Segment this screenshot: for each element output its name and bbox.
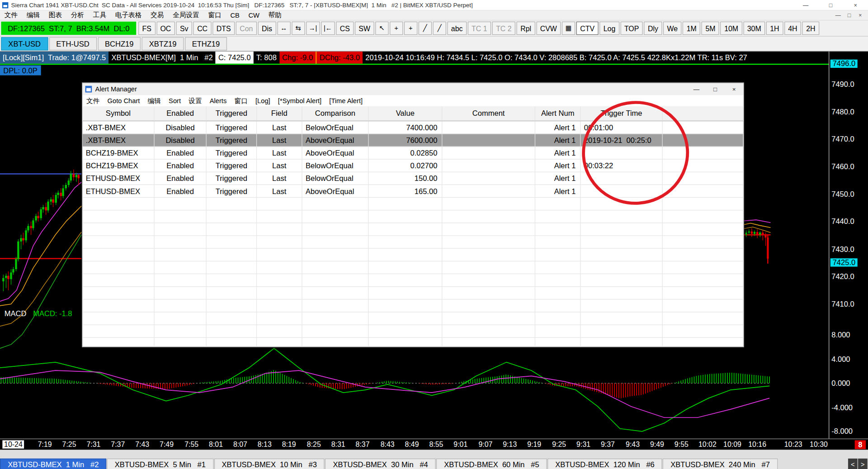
expand-bars-icon[interactable]: |←: [321, 22, 335, 35]
dialog-maximize-icon[interactable]: □: [706, 83, 725, 95]
maximize-icon[interactable]: □: [818, 0, 843, 10]
menu-item-8[interactable]: 窗口: [204, 10, 226, 20]
tf-10m-button[interactable]: 10M: [721, 22, 742, 35]
tf-1h-button[interactable]: 1H: [766, 22, 783, 35]
compress-bars-icon[interactable]: →|: [306, 22, 320, 35]
alert-menu-item-7[interactable]: [Log]: [251, 97, 274, 104]
column-header-alert-num[interactable]: Alert Num: [535, 106, 580, 121]
column-header-enabled[interactable]: Enabled: [155, 106, 207, 121]
alert-row[interactable]: BCHZ19-BMEXEnabledTriggeredLastBelowOrEq…: [82, 160, 743, 172]
crosshair-tool-icon[interactable]: +: [390, 22, 403, 35]
alert-row[interactable]: ETHUSD-BMEXEnabledTriggeredLastAboveOrEq…: [82, 185, 743, 198]
column-header-filler[interactable]: [663, 106, 744, 121]
trendline-tool-icon[interactable]: ╱: [419, 22, 432, 35]
menu-item-7[interactable]: 全局设置: [168, 10, 203, 20]
menu-item-0[interactable]: 文件: [0, 10, 22, 20]
cross-tool-icon[interactable]: +: [404, 22, 417, 35]
alert-row[interactable]: BCHZ19-BMEXEnabledTriggeredLastAboveOrEq…: [82, 147, 743, 159]
alert-row[interactable]: ETHUSD-BMEXEnabledTriggeredLastBelowOrEq…: [82, 172, 743, 185]
time-axis[interactable]: 10-247:197:257:317:377:437:497:558:018:0…: [0, 439, 829, 450]
menu-item-2[interactable]: 图表: [44, 10, 66, 20]
mdi-minimize-icon[interactable]: —: [833, 12, 844, 18]
tc1-button[interactable]: TC 1: [467, 22, 491, 35]
chart-tab-eth-usd[interactable]: ETH-USD: [49, 37, 96, 50]
price-scale[interactable]: 7496.07490.07480.07470.07460.07450.07440…: [829, 52, 868, 439]
chart-tab-xbt-usd[interactable]: XBT-USD: [1, 37, 47, 50]
empty-row[interactable]: [82, 313, 743, 325]
delay-button[interactable]: Dly: [644, 22, 662, 35]
column-header-triggered[interactable]: Triggered: [207, 106, 257, 121]
alert-manager-titlebar[interactable]: Alert Manager — □ ×: [82, 83, 743, 95]
scale-range-icon[interactable]: ↔: [277, 22, 290, 35]
menu-item-11[interactable]: 帮助: [264, 10, 286, 20]
tab-scroll-right-icon[interactable]: >: [858, 459, 868, 469]
bottom-tab-1[interactable]: XBTUSD-BMEX 5 Min #1: [107, 459, 213, 469]
mdi-restore-icon[interactable]: □: [844, 12, 854, 18]
menu-item-10[interactable]: CW: [244, 10, 264, 20]
alert-menu-item-5[interactable]: Alerts: [206, 97, 231, 104]
bottom-tab-4[interactable]: XBTUSD-BMEX 60 Min #5: [436, 459, 547, 469]
tf-30m-button[interactable]: 30M: [743, 22, 765, 35]
fs-button[interactable]: FS: [138, 22, 156, 35]
mdi-close-icon[interactable]: ×: [855, 12, 866, 18]
tf-1m-button[interactable]: 1M: [683, 22, 700, 35]
tab-scroll-left-icon[interactable]: <: [848, 459, 858, 469]
empty-row[interactable]: [82, 236, 743, 249]
replay-button[interactable]: Rpl: [517, 22, 535, 35]
disconnect-button[interactable]: Dis: [258, 22, 276, 35]
empty-row[interactable]: [82, 261, 743, 274]
trade-lock-status[interactable]: [Lock][Sim1] Trade: 1@7497.5: [0, 52, 108, 64]
alert-menu-item-0[interactable]: 文件: [82, 96, 104, 105]
pointer-tool-icon[interactable]: ↖: [375, 22, 388, 35]
close-icon[interactable]: ×: [843, 0, 868, 10]
column-header-comparison[interactable]: Comparison: [302, 106, 369, 121]
empty-row[interactable]: [82, 198, 743, 210]
connect-button[interactable]: Con: [236, 22, 257, 35]
menu-item-1[interactable]: 编辑: [22, 10, 44, 20]
bottom-tab-3[interactable]: XBTUSD-BMEX 30 Min #4: [325, 459, 436, 469]
dialog-close-icon[interactable]: ×: [725, 83, 744, 95]
tc2-button[interactable]: TC 2: [492, 22, 516, 35]
bottom-tab-5[interactable]: XBTUSD-BMEX 120 Min #6: [547, 459, 662, 469]
menu-item-3[interactable]: 分析: [66, 10, 89, 20]
alert-menu-item-1[interactable]: Goto Chart: [104, 97, 144, 104]
top-button[interactable]: TOP: [620, 22, 643, 35]
empty-row[interactable]: [82, 274, 743, 287]
alert-menu-item-8[interactable]: [*Symbol Alert]: [274, 97, 326, 104]
cvw-button[interactable]: CVW: [536, 22, 561, 35]
empty-row[interactable]: [82, 325, 743, 338]
empty-row[interactable]: [82, 223, 743, 236]
alert-menu-item-6[interactable]: 窗口: [231, 96, 252, 105]
sw-button[interactable]: SW: [355, 22, 374, 35]
save-button[interactable]: Sv: [176, 22, 192, 35]
dialog-minimize-icon[interactable]: —: [687, 83, 706, 95]
column-header-symbol[interactable]: Symbol: [82, 106, 154, 121]
alert-menu-item-2[interactable]: 编辑: [144, 96, 165, 105]
menu-item-9[interactable]: CB: [226, 10, 244, 20]
alert-menu-item-3[interactable]: Sort: [165, 97, 185, 104]
column-header-field[interactable]: Field: [257, 106, 302, 121]
bottom-tab-0[interactable]: XBTUSD-BMEX 1 Min #2: [0, 459, 106, 469]
chart-tab-bchz19[interactable]: BCHZ19: [98, 37, 141, 50]
empty-row[interactable]: [82, 249, 743, 261]
empty-row[interactable]: [82, 299, 743, 312]
ctv-button[interactable]: CTV: [576, 22, 599, 35]
cc-button[interactable]: CC: [193, 22, 212, 35]
bottom-tab-6[interactable]: XBTUSD-BMEX 240 Min #7: [663, 459, 778, 469]
tf-5m-button[interactable]: 5M: [702, 22, 719, 35]
menu-item-5[interactable]: 电子表格: [111, 10, 146, 20]
text-tool-button[interactable]: abc: [447, 22, 467, 35]
empty-row[interactable]: [82, 338, 743, 347]
menu-item-6[interactable]: 交易: [146, 10, 168, 20]
dts-button[interactable]: DTS: [212, 22, 235, 35]
chart-grid-icon[interactable]: ▦: [562, 22, 575, 35]
column-header-value[interactable]: Value: [369, 106, 443, 121]
tf-4h-button[interactable]: 4H: [784, 22, 802, 35]
bottom-tab-2[interactable]: XBTUSD-BMEX 10 Min #3: [214, 459, 325, 469]
oc-button[interactable]: OC: [156, 22, 175, 35]
chart-tab-ethz19[interactable]: ETHZ19: [185, 37, 227, 50]
scale-lock-icon[interactable]: ⇆: [292, 22, 305, 35]
ray-tool-icon[interactable]: ╱: [433, 22, 446, 35]
alert-row[interactable]: .XBT-BMEXDisabledTriggeredLastBelowOrEqu…: [82, 121, 743, 134]
tf-2h-button[interactable]: 2H: [802, 22, 820, 35]
